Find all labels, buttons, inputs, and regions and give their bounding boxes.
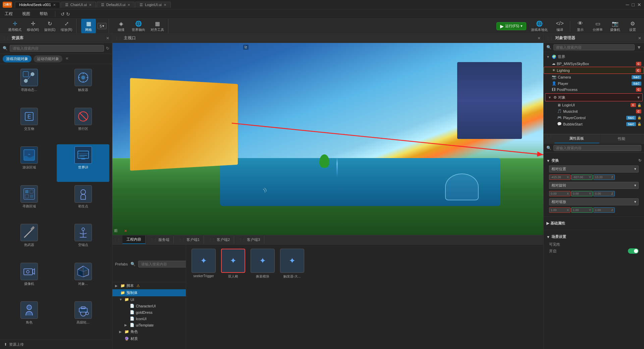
position-x-input[interactable]: -415.26 X — [549, 174, 571, 180]
obj-lighting[interactable]: ☀ Lighting C — [544, 67, 644, 74]
close-btn[interactable]: ✕ — [637, 2, 641, 7]
tree-item-ui[interactable]: ▼ 📁 UI — [112, 296, 186, 303]
basic-props-header[interactable]: ▶ 基础属性 — [546, 219, 641, 227]
asset-item-anchor[interactable]: 空锚点 — [57, 222, 109, 259]
tree-item-scripts[interactable]: ▶ 📁 脚本 ⚠ — [112, 282, 186, 289]
grid-btn[interactable]: ▦ 网格 — [81, 19, 96, 33]
position-dropdown[interactable]: 相对位置 ▾ — [549, 165, 639, 172]
close-icon[interactable]: ✕ — [164, 3, 166, 7]
asset-item-patharea[interactable]: 寻路区域 — [3, 183, 55, 221]
tab-defaultui[interactable]: ☰ DefaultUI.ui ✕ — [97, 2, 135, 8]
asset-item-swim[interactable]: ~ 游泳区域 — [3, 144, 55, 182]
run-button[interactable]: ▶ 运行(F5) ▾ — [496, 22, 526, 30]
prefab-item-costume[interactable]: ✦ 换装模块 — [249, 249, 276, 279]
tab-loginui[interactable]: ☰ LoginUI.ui ✕ — [135, 2, 171, 8]
undo-btn[interactable]: ↺ — [61, 11, 65, 17]
obj-loginui[interactable]: 🖥 LoginUI C 🔒 — [544, 102, 644, 108]
rotation-y-input[interactable]: 0.00 Y — [571, 191, 593, 196]
prefab-item-seeker[interactable]: ✦ seekerTrigger — [190, 249, 217, 279]
enabled-toggle[interactable] — [628, 248, 639, 254]
world-axis-btn[interactable]: 🌐 世界轴向 — [130, 19, 147, 33]
asset-search-input[interactable] — [10, 45, 104, 52]
obj-player[interactable]: 👤 Player S&C — [544, 80, 644, 87]
tree-item-characterui[interactable]: 📄 CharacterUI — [112, 303, 186, 309]
upload-button[interactable]: ⬆ 资源上传 — [0, 340, 112, 349]
move-btn[interactable]: ✛ 移动(W) — [25, 19, 41, 33]
tab-performance[interactable]: 性能 — [599, 134, 644, 143]
rotation-dropdown[interactable]: 相对旋转 ▾ — [549, 182, 639, 189]
tab-server-content[interactable]: ⋮⋮ 服务端 — [146, 236, 174, 244]
position-z-input[interactable]: 13.20 Z — [593, 174, 615, 180]
world-node[interactable]: ▼ 🌍 世界 — [544, 53, 644, 60]
obj-group-root[interactable]: ▼ ⚙ 对象 ▾ — [545, 93, 643, 101]
tab-properties[interactable]: 属性面板 — [554, 134, 599, 143]
tree-item-golddress[interactable]: 📄 goldDress — [112, 309, 186, 315]
tree-item-characters[interactable]: ▶ 📁 角色 — [112, 328, 186, 335]
align-tools-btn[interactable]: ▦ 对齐工具 — [149, 19, 166, 33]
prefab-item-trigger-big[interactable]: ✦ 触发器-大... — [279, 249, 306, 279]
asset-panel-close[interactable]: ✕ — [106, 36, 109, 41]
asset-item-trigger[interactable]: 触发器 — [57, 67, 109, 104]
refresh-icon[interactable]: ↻ — [638, 158, 641, 163]
filter-icon[interactable]: ▼ — [637, 45, 641, 50]
scene-settings-header[interactable]: ▼ 场景设置 — [546, 233, 641, 241]
minimize-btn[interactable]: ─ — [626, 2, 629, 7]
scale-z-input[interactable]: 1.00 Z — [593, 207, 615, 213]
close-icon[interactable]: ✕ — [89, 3, 92, 7]
asset-item-interactive[interactable]: E 交互物 — [3, 106, 55, 143]
localize-btn[interactable]: 🌐 游戏本地化 — [529, 19, 550, 33]
maximize-btn[interactable]: □ — [632, 2, 635, 7]
obj-bubblestart[interactable]: 💬 BubbleStart S&C 🔒 — [544, 121, 644, 127]
settings-btn[interactable]: ⚙ 设置 — [625, 19, 640, 33]
asset-item-spawnpoint[interactable]: 初生点 — [57, 183, 109, 221]
prefab-search-input[interactable] — [138, 261, 186, 267]
tree-item-prefabs[interactable]: 📁 预制体 — [112, 289, 186, 296]
tab-client3[interactable]: ⋮⋮ 客户端3 — [235, 236, 264, 244]
asset-item-character[interactable]: 角色 — [3, 299, 55, 337]
obj-postprocess[interactable]: 🎞 PostProcess C — [544, 87, 644, 93]
asset-item-advanced[interactable]: 高级轮... — [57, 299, 109, 337]
close-icon[interactable]: ✕ — [127, 3, 130, 7]
general-mode-btn[interactable]: ✛ 通用模式 — [6, 19, 23, 33]
rotate-btn[interactable]: ↻ 旋转(E) — [42, 19, 57, 33]
grid-size-dropdown[interactable]: 5 ▾ — [97, 23, 107, 29]
scale-x-input[interactable]: 1.00 X — [549, 207, 571, 213]
asset-item-camera[interactable]: 摄像机 — [3, 261, 55, 298]
asset-item-worldui[interactable]: 世界UI — [57, 144, 109, 182]
asset-item-nogo[interactable]: 禁行区 — [57, 106, 109, 143]
tab-client1[interactable]: ⋮⋮ 客户端1 — [174, 236, 204, 244]
tab-chairui[interactable]: ☰ ChairUI.ui ✕ — [61, 2, 96, 8]
redo-btn[interactable]: ↻ — [66, 11, 70, 17]
tree-item-uitemplate[interactable]: ▶ 📄 uiTemplate — [112, 322, 186, 328]
compile-btn[interactable]: </> 编译 — [552, 19, 567, 33]
close-icon[interactable]: ✕ — [53, 3, 56, 7]
refresh-icon[interactable]: ↻ — [106, 46, 109, 51]
asset-item-object[interactable]: 对象... — [57, 261, 109, 298]
scale-dropdown[interactable]: 相对缩放 ▾ — [549, 198, 639, 205]
rotation-z-input[interactable]: 0.00 Z — [593, 191, 615, 196]
asset-item-pathfinding[interactable]: 寻路动态... — [3, 67, 55, 104]
menu-help[interactable]: 帮助 — [38, 10, 50, 17]
menu-view[interactable]: 视图 — [20, 10, 32, 17]
resolution-btn[interactable]: ▭ 分辨率 — [590, 19, 605, 33]
collision-btn[interactable]: ◈ 碰撞 — [114, 19, 128, 33]
display-btn[interactable]: 👁 显示 — [573, 19, 588, 33]
prefab-item-double-chair[interactable]: ✦ 双人椅 — [220, 249, 247, 279]
obj-playercontrol[interactable]: 🎮 PlayerControl S&C 🔒 — [544, 114, 644, 121]
tree-item-iconui[interactable]: 📄 IconUI — [112, 315, 186, 322]
viewport-content[interactable]: ⟩⟩ 前 ✕ Iz — [112, 43, 543, 235]
obj-search-input[interactable] — [553, 44, 635, 50]
tab-hideandseek[interactable]: HideAndSeek-v001 ✕ — [15, 2, 60, 8]
category-motion-objects[interactable]: 运动功能对象 — [34, 55, 62, 62]
obj-musicinit[interactable]: 🎵 MusicInit C — [544, 108, 644, 114]
tree-item-materials[interactable]: 🔮 材质 — [112, 335, 186, 342]
menu-project[interactable]: 工程 — [3, 10, 15, 17]
obj-camera[interactable]: 📷 Camera S&C — [544, 74, 644, 80]
tab-client2[interactable]: ⋮⋮ 客户端2 — [205, 236, 234, 244]
obj-skybox[interactable]: ☁ BP_MWSysSkyBox C — [544, 60, 644, 67]
rotation-x-input[interactable]: 0.00 X — [549, 191, 571, 196]
scale-btn[interactable]: ⤢ 缩放(R) — [59, 19, 74, 33]
props-search-input[interactable] — [553, 145, 641, 151]
viewport-close[interactable]: ✕ — [537, 36, 541, 41]
asset-item-weapon[interactable]: 热武器 — [3, 222, 55, 259]
